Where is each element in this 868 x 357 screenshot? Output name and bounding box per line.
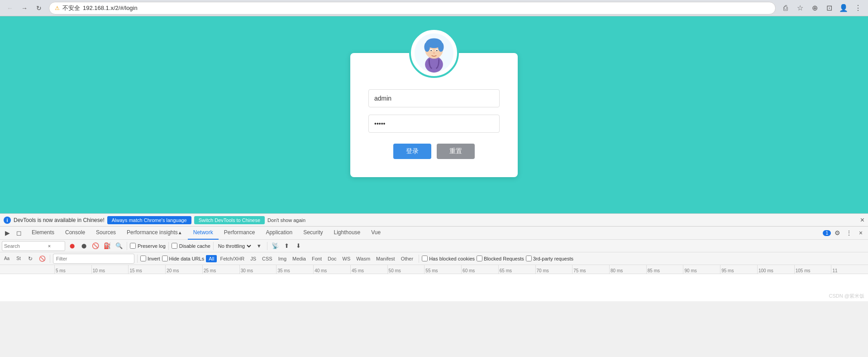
search-input[interactable] bbox=[4, 243, 45, 249]
main-area: 登录 重置 bbox=[0, 16, 868, 213]
blocked-requests-checkbox[interactable] bbox=[477, 256, 482, 261]
back-button[interactable]: ← bbox=[4, 2, 16, 14]
third-party-label[interactable]: 3rd-party requests bbox=[526, 256, 573, 261]
has-blocked-checkbox[interactable] bbox=[422, 256, 428, 261]
search-network-button[interactable]: 🔍 bbox=[114, 241, 124, 251]
disable-cache-label[interactable]: Disable cache bbox=[172, 243, 210, 249]
export-button[interactable]: ⬆ bbox=[282, 241, 292, 251]
tab-vue[interactable]: Vue bbox=[366, 226, 386, 240]
clear-button[interactable]: 🚫 bbox=[91, 241, 100, 251]
profile-button[interactable]: 👤 bbox=[837, 2, 850, 14]
throttle-dropdown-button[interactable]: ▾ bbox=[254, 241, 264, 251]
filter-ws-button[interactable]: WS bbox=[340, 255, 353, 262]
avatar-wrapper bbox=[409, 28, 459, 78]
always-match-language-button[interactable]: Always match Chrome's language bbox=[107, 216, 191, 224]
third-party-checkbox[interactable] bbox=[526, 256, 532, 261]
device-icon-button[interactable]: ◻ bbox=[14, 227, 24, 238]
search-close-button[interactable]: × bbox=[46, 242, 53, 250]
filter-all-button[interactable]: All bbox=[206, 255, 217, 262]
security-warning-icon: ⚠ bbox=[55, 5, 60, 11]
extension-button[interactable]: ⊕ bbox=[808, 2, 821, 14]
refresh-filter-button[interactable]: ↻ bbox=[25, 254, 35, 264]
inspect-icon-button[interactable]: ▶ bbox=[2, 227, 13, 238]
tab-elements[interactable]: Elements bbox=[26, 226, 60, 240]
tab-network[interactable]: Network bbox=[188, 226, 219, 240]
more-tabs-button[interactable]: ⋮ bbox=[844, 227, 854, 238]
screenshot-button[interactable]: ⬇ bbox=[294, 241, 304, 251]
preserve-log-label[interactable]: Preserve log bbox=[130, 243, 166, 249]
filter-js-button[interactable]: JS bbox=[248, 255, 259, 262]
block-requests-button[interactable]: 🚫 bbox=[37, 254, 47, 264]
preserve-log-checkbox[interactable] bbox=[130, 243, 136, 249]
tab-actions: 1 ⚙ ⋮ × bbox=[823, 227, 866, 238]
filter-other-button[interactable]: Other bbox=[398, 255, 416, 262]
avatar-illustration bbox=[414, 33, 454, 73]
share-button[interactable]: ⎙ bbox=[779, 2, 792, 14]
filter-font-button[interactable]: Font bbox=[309, 255, 324, 262]
ruler-mark: 10 ms bbox=[91, 265, 129, 274]
password-input[interactable] bbox=[368, 115, 500, 133]
record-button[interactable]: ⬤ bbox=[67, 241, 77, 251]
bookmark-button[interactable]: ☆ bbox=[794, 2, 806, 14]
split-button[interactable]: ⊡ bbox=[823, 2, 835, 14]
filter-input[interactable] bbox=[53, 254, 134, 264]
reset-button[interactable]: 重置 bbox=[437, 144, 475, 159]
menu-button[interactable]: ⋮ bbox=[852, 2, 864, 14]
filter-css-button[interactable]: CSS bbox=[259, 255, 275, 262]
disable-cache-checkbox[interactable] bbox=[172, 243, 177, 249]
filter-media-button[interactable]: Media bbox=[290, 255, 309, 262]
close-devtools-button[interactable]: × bbox=[855, 227, 866, 238]
invert-checkbox-label[interactable]: Invert bbox=[140, 256, 160, 261]
blocked-requests-label[interactable]: Blocked Requests bbox=[477, 256, 524, 261]
ruler-mark: 65 ms bbox=[498, 265, 535, 274]
filter-manifest-button[interactable]: Manifest bbox=[373, 255, 398, 262]
aa-button[interactable]: Aa bbox=[2, 254, 12, 264]
tab-application[interactable]: Application bbox=[260, 226, 298, 240]
tab-performance[interactable]: Performance bbox=[219, 226, 261, 240]
filter-img-button[interactable]: Img bbox=[276, 255, 289, 262]
forward-button[interactable]: → bbox=[18, 2, 31, 14]
switch-to-chinese-button[interactable]: Switch DevTools to Chinese bbox=[194, 216, 265, 224]
tab-console[interactable]: Console bbox=[60, 226, 91, 240]
invert-checkbox[interactable] bbox=[140, 256, 146, 261]
filter-type-buttons: All Fetch/XHR JS CSS Img Media Font Doc … bbox=[206, 255, 416, 262]
dont-show-again-button[interactable]: Don't show again bbox=[267, 217, 305, 223]
security-label: 不安全 bbox=[62, 4, 80, 12]
hide-data-urls-checkbox[interactable] bbox=[162, 256, 168, 261]
import-button[interactable]: 📡 bbox=[270, 241, 280, 251]
svg-point-5 bbox=[438, 42, 444, 52]
tab-security[interactable]: Security bbox=[298, 226, 328, 240]
svg-point-9 bbox=[436, 50, 438, 51]
ruler-mark: 25 ms bbox=[202, 265, 239, 274]
timeline-area: CSDN @紫米饭 bbox=[0, 274, 868, 301]
ruler-mark: 85 ms bbox=[646, 265, 683, 274]
login-button[interactable]: 登录 bbox=[393, 144, 431, 159]
stop-recording-button[interactable]: ⬤ bbox=[79, 241, 89, 251]
filter-doc-button[interactable]: Doc bbox=[325, 255, 339, 262]
filter-fetch-xhr-button[interactable]: Fetch/XHR bbox=[217, 255, 247, 262]
svg-point-4 bbox=[424, 42, 430, 52]
ruler-mark: 5 ms bbox=[54, 265, 91, 274]
ruler-mark: 60 ms bbox=[461, 265, 498, 274]
address-bar[interactable]: ⚠ 不安全 192.168.1.x/2/#/login bbox=[49, 2, 776, 14]
username-input[interactable] bbox=[368, 89, 500, 107]
filter-button[interactable]: ⛽ bbox=[102, 241, 112, 251]
throttle-select[interactable]: No throttling Slow 3G Fast 3G Offline bbox=[216, 243, 253, 249]
filter-wasm-button[interactable]: Wasm bbox=[353, 255, 373, 262]
reload-button[interactable]: ↻ bbox=[33, 2, 45, 14]
settings-button[interactable]: ⚙ bbox=[832, 227, 843, 238]
login-form: 登录 重置 bbox=[368, 89, 500, 159]
ruler-mark: 90 ms bbox=[683, 265, 720, 274]
tab-performance-insights[interactable]: Performance insights ▲ bbox=[121, 226, 188, 240]
notification-close-button[interactable]: × bbox=[860, 216, 864, 224]
ruler-mark: 11 bbox=[831, 265, 868, 274]
search-box[interactable]: × bbox=[2, 241, 65, 251]
tab-sources[interactable]: Sources bbox=[91, 226, 121, 240]
tab-lighthouse[interactable]: Lighthouse bbox=[329, 226, 366, 240]
hide-data-urls-label[interactable]: Hide data URLs bbox=[162, 256, 205, 261]
ruler-mark: 50 ms bbox=[387, 265, 424, 274]
has-blocked-label[interactable]: Has blocked cookies bbox=[422, 256, 475, 261]
ruler-mark: 80 ms bbox=[609, 265, 646, 274]
separator-2 bbox=[168, 242, 169, 250]
regex-button[interactable]: St bbox=[14, 254, 24, 264]
